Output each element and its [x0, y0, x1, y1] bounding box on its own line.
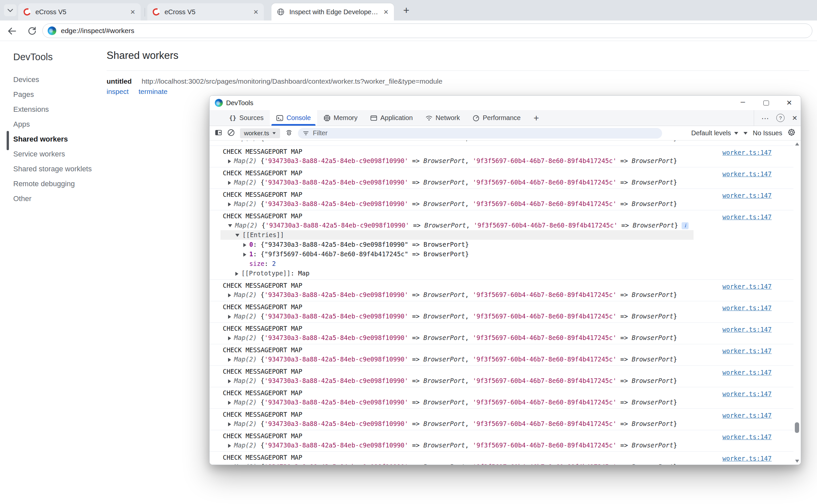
source-location-link[interactable]: worker.ts:147 — [722, 411, 772, 420]
sidebar-item-other[interactable]: Other — [13, 191, 92, 206]
source-location-link[interactable]: worker.ts:147 — [722, 191, 772, 200]
browser-tab-2[interactable]: eCross V5 ✕ — [147, 3, 264, 21]
close-window-button[interactable]: ✕ — [778, 96, 801, 110]
info-icon[interactable]: i — [682, 222, 689, 229]
sidebar-item-extensions[interactable]: Extensions — [13, 102, 92, 117]
devtools-tab-memory[interactable]: Memory — [317, 110, 364, 126]
sidebar-item-shared-workers[interactable]: Shared workers — [13, 132, 92, 147]
source-location-link[interactable]: worker.ts:147 — [722, 170, 772, 179]
console-message[interactable]: CHECK MESSAGEPORT MAPworker.ts:147Map(2)… — [210, 146, 794, 167]
devtools-window: DevTools – ✕ {}SourcesConsoleMemoryAppli… — [209, 95, 801, 465]
prototype-row[interactable]: [[Prototype]]: Map — [223, 269, 751, 278]
console-message[interactable]: CHECK MESSAGEPORT MAPworker.ts:147Map(2)… — [210, 344, 794, 366]
tab-close-icon[interactable]: ✕ — [383, 9, 389, 15]
map-preview: Map(2) {'934730a3-8a88-42a5-84eb-c9e098f… — [234, 420, 677, 427]
context-selector[interactable]: worker.ts — [240, 128, 280, 138]
help-icon[interactable]: ? — [776, 114, 785, 122]
devtools-tab-network[interactable]: Network — [419, 110, 466, 126]
console-message[interactable]: CHECK MESSAGEPORT MAPworker.ts:147Map(2)… — [210, 323, 794, 344]
address-bar[interactable]: edge://inspect/#workers — [42, 23, 812, 38]
source-location-link[interactable]: worker.ts:147 — [722, 325, 772, 334]
devtools-tab-console[interactable]: Console — [270, 110, 317, 126]
minimize-button[interactable]: – — [731, 96, 754, 110]
screen: eCross V5 ✕ eCross V5 ✕ Inspect with Edg… — [0, 0, 817, 504]
new-tab-button[interactable]: + — [403, 5, 409, 16]
expand-toggle-icon[interactable] — [228, 293, 231, 297]
expand-toggle-icon[interactable] — [228, 422, 231, 426]
source-location-link[interactable]: worker.ts:147 — [722, 347, 772, 356]
console-message[interactable]: CHECK MESSAGEPORT MAPworker.ts:147Map(2)… — [210, 452, 794, 465]
source-location-link[interactable]: worker.ts:147 — [722, 454, 772, 463]
tab-close-icon[interactable]: ✕ — [130, 9, 135, 15]
sidebar-item-pages[interactable]: Pages — [13, 87, 92, 102]
source-location-link[interactable]: worker.ts:147 — [722, 282, 772, 291]
browser-tab-active[interactable]: Inspect with Edge Developer Tools ✕ — [272, 3, 394, 21]
console-message[interactable]: CHECK MESSAGEPORT MAPworker.ts:147Map(2)… — [210, 280, 794, 301]
scroll-down-icon[interactable] — [795, 460, 799, 463]
console-message[interactable]: CHECK MESSAGEPORT MAPworker.ts:147Map(2)… — [210, 366, 794, 387]
entries-row[interactable]: [[Entries]] — [221, 230, 694, 240]
expand-toggle-icon[interactable] — [228, 181, 231, 185]
collapse-icon[interactable] — [236, 234, 239, 237]
source-location-link[interactable]: worker.ts:147 — [722, 390, 772, 399]
live-expression-eye-icon[interactable] — [285, 129, 293, 138]
map-entry-row[interactable]: 1: {"9f3f5697-60b4-46b7-8e60-89f4b417245… — [223, 249, 751, 259]
browser-tab-1[interactable]: eCross V5 ✕ — [18, 3, 141, 21]
close-devtools-icon[interactable]: ✕ — [792, 114, 797, 122]
caret-down-icon[interactable] — [744, 132, 748, 135]
console-message-clipped[interactable]: Map(2) {'934730a3-8a88-42a5-84eb-c9e098f… — [210, 141, 794, 146]
clear-console-icon[interactable] — [227, 129, 235, 138]
devtools-titlebar[interactable]: DevTools – ✕ — [210, 96, 801, 110]
expand-icon[interactable] — [243, 243, 246, 247]
tab-search-button[interactable] — [4, 4, 17, 16]
console-message[interactable]: CHECK MESSAGEPORT MAPworker.ts:147Map(2)… — [210, 301, 794, 323]
console-message[interactable]: CHECK MESSAGEPORT MAPworker.ts:147Map(2)… — [210, 409, 794, 430]
source-location-link[interactable]: worker.ts:147 — [722, 148, 772, 157]
expand-toggle-icon[interactable] — [228, 159, 231, 163]
issues-counter[interactable]: No Issues — [753, 129, 782, 137]
devtools-tab-sources[interactable]: {}Sources — [223, 110, 270, 126]
sidebar-item-remote-debugging[interactable]: Remote debugging — [13, 176, 92, 191]
maximize-button[interactable] — [754, 96, 778, 110]
scroll-up-icon[interactable] — [795, 143, 799, 146]
terminate-link[interactable]: terminate — [138, 88, 167, 95]
refresh-button[interactable] — [26, 25, 38, 37]
console-message[interactable]: CHECK MESSAGEPORT MAPworker.ts:147Map(2)… — [210, 387, 794, 409]
back-button[interactable] — [6, 25, 18, 37]
expand-icon[interactable] — [236, 272, 238, 276]
settings-gear-icon[interactable] — [788, 128, 796, 138]
scrollbar-thumb[interactable] — [795, 422, 799, 433]
console-message[interactable]: CHECK MESSAGEPORT MAPworker.ts:147Map(2)… — [210, 167, 794, 189]
source-location-link[interactable]: worker.ts:147 — [722, 213, 772, 222]
expand-toggle-icon[interactable] — [228, 379, 231, 383]
expand-toggle-icon[interactable] — [228, 444, 231, 448]
console-message[interactable]: CHECK MESSAGEPORT MAPworker.ts:147Map(2)… — [210, 430, 794, 452]
sidebar-item-apps[interactable]: Apps — [13, 117, 92, 132]
source-location-link[interactable]: worker.ts:147 — [722, 368, 772, 377]
log-levels-dropdown[interactable]: Default levels — [691, 129, 738, 137]
expand-icon[interactable] — [243, 253, 246, 257]
expand-toggle-icon[interactable] — [228, 315, 231, 319]
console-message[interactable]: CHECK MESSAGEPORT MAPworker.ts:147Map(2)… — [210, 210, 794, 280]
add-panel-button[interactable]: + — [527, 110, 545, 126]
expand-toggle-icon[interactable] — [228, 401, 231, 405]
devtools-tab-application[interactable]: Application — [364, 110, 419, 126]
inspect-link[interactable]: inspect — [107, 88, 129, 95]
sidebar-item-shared-storage-worklets[interactable]: Shared storage worklets — [13, 161, 92, 176]
console-scrollbar[interactable] — [794, 141, 800, 465]
console-message[interactable]: CHECK MESSAGEPORT MAPworker.ts:147Map(2)… — [210, 189, 794, 210]
map-entry-row[interactable]: 0: {"934730a3-8a88-42a5-84eb-c9e098f1099… — [223, 240, 751, 249]
sidebar-item-devices[interactable]: Devices — [13, 72, 92, 87]
expand-toggle-icon[interactable] — [228, 202, 231, 206]
tab-close-icon[interactable]: ✕ — [253, 9, 259, 15]
expand-toggle-icon[interactable] — [228, 224, 232, 227]
source-location-link[interactable]: worker.ts:147 — [722, 304, 772, 313]
console-sidebar-toggle-icon[interactable] — [215, 129, 222, 138]
sidebar-item-service-workers[interactable]: Service workers — [13, 147, 92, 161]
expand-toggle-icon[interactable] — [228, 358, 231, 362]
filter-input[interactable]: Filter — [298, 128, 662, 139]
more-options-icon[interactable]: ... — [761, 112, 769, 124]
devtools-tab-performance[interactable]: Performance — [466, 110, 527, 126]
source-location-link[interactable]: worker.ts:147 — [722, 433, 772, 441]
expand-toggle-icon[interactable] — [228, 336, 231, 340]
